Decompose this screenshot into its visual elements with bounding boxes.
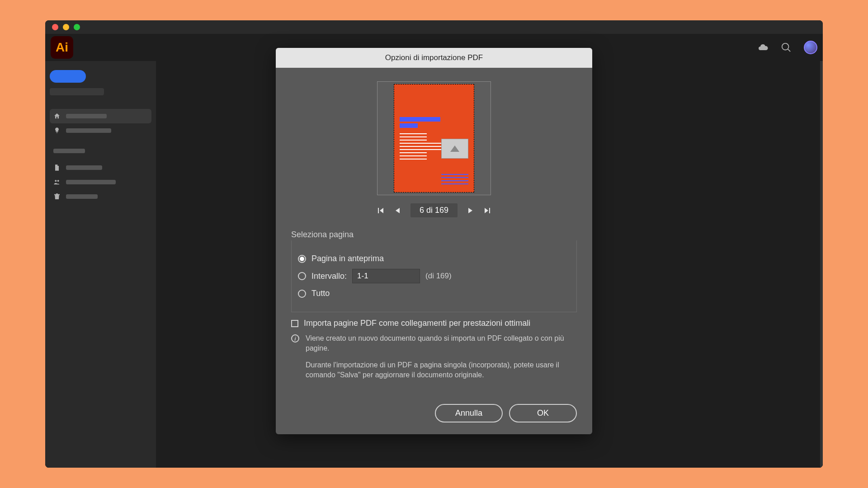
titlebar <box>45 20 823 34</box>
search-icon[interactable] <box>781 42 791 52</box>
sidebar-item-learn[interactable] <box>50 123 151 138</box>
window-minimize-button[interactable] <box>63 24 69 30</box>
sidebar-item-shared[interactable] <box>50 175 151 189</box>
info-block: i Viene creato un nuovo documento quando… <box>291 333 577 387</box>
sidebar-placeholder <box>50 88 104 95</box>
checkbox-import-as-links-label: Importa pagine PDF come collegamenti per… <box>304 319 530 328</box>
radio-page-preview-label: Pagina in anteprima <box>311 254 384 263</box>
app-window: Ai <box>45 20 823 468</box>
page-navigation: 6 di 169 <box>291 203 577 217</box>
pdf-import-dialog: Opzioni di importazione PDF <box>276 48 592 434</box>
window-close-button[interactable] <box>52 24 58 30</box>
radio-range[interactable] <box>298 272 306 280</box>
cloud-icon[interactable] <box>758 42 769 53</box>
radio-all-label: Tutto <box>311 289 330 298</box>
select-page-label: Seleziona pagina <box>291 230 577 239</box>
select-page-fieldset: Pagina in anteprima Intervallo: (di 169)… <box>291 240 577 312</box>
sidebar <box>45 61 156 468</box>
sidebar-primary-button[interactable] <box>50 70 86 83</box>
first-page-icon[interactable] <box>377 207 384 214</box>
window-maximize-button[interactable] <box>74 24 80 30</box>
range-total-label: (di 169) <box>425 272 452 281</box>
sidebar-item-home[interactable] <box>50 109 151 123</box>
app-logo: Ai <box>51 36 73 59</box>
radio-page-preview[interactable] <box>298 255 306 263</box>
info-text-1: Viene creato un nuovo documento quando s… <box>306 333 577 354</box>
total-pages: 169 <box>435 206 448 215</box>
trash-icon <box>53 193 61 200</box>
cancel-button[interactable]: Annulla <box>435 404 503 422</box>
prev-page-icon[interactable] <box>394 207 401 214</box>
next-page-icon[interactable] <box>467 207 474 214</box>
page-indicator[interactable]: 6 di 169 <box>410 203 458 217</box>
ok-button[interactable]: OK <box>509 404 577 422</box>
sidebar-item-files[interactable] <box>50 160 151 175</box>
page-preview <box>377 81 491 195</box>
info-icon: i <box>291 334 299 343</box>
radio-range-label: Intervallo: <box>311 272 347 281</box>
document-icon <box>53 164 61 171</box>
user-avatar[interactable] <box>804 41 817 54</box>
checkbox-import-as-links[interactable] <box>291 320 298 327</box>
current-page: 6 <box>420 206 424 215</box>
home-icon <box>53 113 61 120</box>
lightbulb-icon <box>53 127 61 134</box>
people-icon <box>53 178 61 186</box>
scrollbar-vertical[interactable] <box>820 61 823 468</box>
range-input[interactable] <box>352 269 420 283</box>
last-page-icon[interactable] <box>484 207 491 214</box>
info-text-2: Durante l'importazione di un PDF a pagin… <box>306 360 577 380</box>
radio-all[interactable] <box>298 290 306 298</box>
dialog-title: Opzioni di importazione PDF <box>276 48 592 68</box>
preview-page-thumbnail <box>394 84 474 192</box>
sidebar-item-deleted[interactable] <box>50 189 151 204</box>
